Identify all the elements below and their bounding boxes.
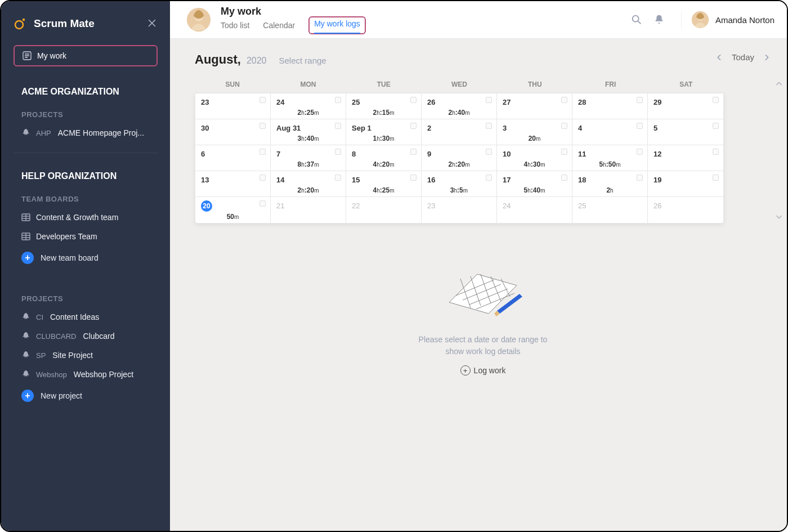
calendar-cell[interactable]: 252h:15m <box>346 93 422 119</box>
tab-calendar[interactable]: Calendar <box>263 19 295 34</box>
calendar-cell[interactable]: Aug 313h:40m <box>271 119 346 145</box>
day-checkbox[interactable] <box>335 175 341 181</box>
day-checkbox[interactable] <box>561 97 567 103</box>
sidebar-project-item[interactable]: WebshopWebshop Project <box>1 365 170 384</box>
calendar-cell[interactable]: 142h:20m <box>271 171 346 197</box>
calendar-cell[interactable]: 242h:25m <box>271 93 346 119</box>
calendar-cell[interactable]: 84h:20m <box>346 145 422 171</box>
tab-my-work-logs[interactable]: My work logs <box>314 17 360 34</box>
my-work-nav[interactable]: My work <box>14 45 158 66</box>
calendar-cell[interactable]: 27 <box>497 93 572 119</box>
day-worklog-time: 20m <box>497 135 572 142</box>
day-checkbox[interactable] <box>486 97 492 103</box>
day-checkbox[interactable] <box>335 149 341 155</box>
day-checkbox[interactable] <box>637 123 643 129</box>
calendar-cell[interactable]: 2050m <box>195 197 271 223</box>
new-project-button[interactable]: + New project <box>1 384 170 408</box>
day-checkbox[interactable] <box>561 149 567 155</box>
day-checkbox[interactable] <box>259 175 266 181</box>
sidebar-project-item[interactable]: CLUBCARDClubcard <box>1 327 170 346</box>
user-menu[interactable]: Amanda Norton <box>681 11 774 28</box>
sidebar-board-item[interactable]: Developers Team <box>1 227 170 246</box>
close-icon[interactable] <box>146 17 158 30</box>
day-checkbox[interactable] <box>713 97 719 103</box>
search-icon[interactable] <box>630 14 643 26</box>
day-checkbox[interactable] <box>410 123 417 129</box>
day-number: 7 <box>276 150 280 158</box>
dow-row: SUNMONTUEWEDTHUFRISAT <box>195 77 724 93</box>
day-checkbox[interactable] <box>410 149 417 155</box>
calendar-cell[interactable]: 5 <box>648 119 723 145</box>
calendar-cell[interactable]: Sep 11h:30m <box>346 119 422 145</box>
day-worklog-time: 2h:40m <box>422 109 496 117</box>
calendar-cell[interactable]: 21 <box>271 197 346 223</box>
calendar-cell[interactable]: 6 <box>195 145 271 171</box>
tab-todo-list[interactable]: Todo list <box>221 19 249 34</box>
day-checkbox[interactable] <box>410 97 417 103</box>
day-checkbox[interactable] <box>637 97 643 103</box>
sidebar-project-item[interactable]: SPSite Project <box>1 346 170 365</box>
day-checkbox[interactable] <box>713 123 719 129</box>
calendar-cell[interactable]: 154h:25m <box>346 171 422 197</box>
calendar-cell[interactable]: 175h:40m <box>497 171 572 197</box>
day-checkbox[interactable] <box>713 175 719 181</box>
calendar-cell[interactable]: 4 <box>572 119 648 145</box>
new-team-board-button[interactable]: + New team board <box>1 246 170 270</box>
chevron-down-icon[interactable] <box>774 212 783 221</box>
calendar-cell[interactable]: 78h:37m <box>271 145 346 171</box>
bell-icon[interactable] <box>653 14 665 26</box>
day-checkbox[interactable] <box>637 149 643 155</box>
day-checkbox[interactable] <box>486 149 492 155</box>
day-checkbox[interactable] <box>486 175 492 181</box>
calendar-cell[interactable]: 25 <box>572 197 648 223</box>
day-checkbox[interactable] <box>637 175 643 181</box>
select-range-button[interactable]: Select range <box>279 56 326 65</box>
day-number: 19 <box>653 176 661 184</box>
chevron-up-icon[interactable] <box>774 79 783 88</box>
today-button[interactable]: Today <box>732 52 754 62</box>
calendar-cell[interactable]: 13 <box>195 171 271 197</box>
sidebar-project-item[interactable]: CIContent Ideas <box>1 307 170 327</box>
content: August, 2020 Select range Today SUNMONTU… <box>170 39 787 375</box>
avatar[interactable] <box>187 8 211 32</box>
chevron-left-icon[interactable] <box>715 53 724 62</box>
day-checkbox[interactable] <box>259 149 266 155</box>
calendar-cell[interactable]: 22 <box>346 197 422 223</box>
calendar-cell[interactable]: 24 <box>497 197 572 223</box>
day-checkbox[interactable] <box>259 123 266 129</box>
day-checkbox[interactable] <box>335 97 341 103</box>
calendar-cell[interactable]: 115h:50m <box>572 145 648 171</box>
calendar-cell[interactable]: 30 <box>195 119 271 145</box>
day-checkbox[interactable] <box>713 149 719 155</box>
active-tab-highlight: My work logs <box>308 16 366 34</box>
calendar-cell[interactable]: 2 <box>422 119 497 145</box>
day-checkbox[interactable] <box>259 200 266 207</box>
calendar-cell[interactable]: 23 <box>422 197 497 223</box>
sidebar-project-item[interactable]: AHPACME Homepage Proj... <box>1 123 170 142</box>
log-work-button[interactable]: + Log work <box>460 365 506 375</box>
day-checkbox[interactable] <box>410 175 417 181</box>
chevron-right-icon[interactable] <box>762 53 771 62</box>
calendar-cell[interactable]: 29 <box>648 93 723 119</box>
day-checkbox[interactable] <box>486 123 492 129</box>
day-checkbox[interactable] <box>335 123 341 129</box>
org1-name[interactable]: ACME ORGANIZATION <box>1 79 170 102</box>
project-prefix: CLUBCARD <box>36 332 77 341</box>
calendar-cell[interactable]: 262h:40m <box>422 93 497 119</box>
org2-name[interactable]: HELP ORGANIZATION <box>1 163 170 187</box>
calendar-cell[interactable]: 26 <box>648 197 723 223</box>
calendar-cell[interactable]: 23 <box>195 93 271 119</box>
calendar-cell[interactable]: 163h:5m <box>422 171 497 197</box>
day-checkbox[interactable] <box>259 97 266 103</box>
calendar-cell[interactable]: 19 <box>648 171 723 197</box>
calendar-cell[interactable]: 92h:20m <box>422 145 497 171</box>
calendar-cell[interactable]: 320m <box>497 119 572 145</box>
day-checkbox[interactable] <box>561 175 567 181</box>
calendar-cell[interactable]: 12 <box>648 145 723 171</box>
calendar-cell[interactable]: 182h <box>572 171 648 197</box>
sidebar-board-item[interactable]: Content & Growth team <box>1 208 170 227</box>
day-checkbox[interactable] <box>561 123 567 129</box>
calendar-cell[interactable]: 104h:30m <box>497 145 572 171</box>
org1-projects-heading: PROJECTS <box>1 102 170 123</box>
calendar-cell[interactable]: 28 <box>572 93 648 119</box>
